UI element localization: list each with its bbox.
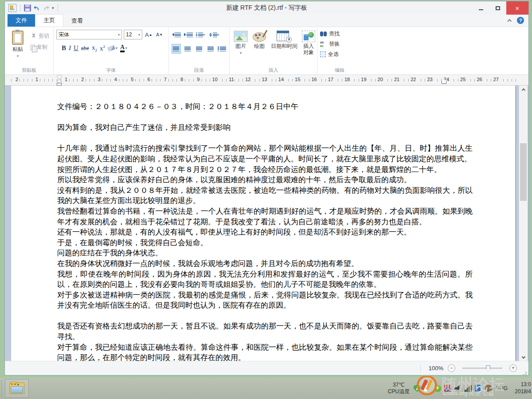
align-left-button[interactable]	[172, 44, 181, 54]
insert-object-button[interactable]: 插入 对象	[301, 30, 317, 66]
save-icon[interactable]	[24, 4, 31, 12]
zoom-in-button[interactable]: +	[509, 364, 517, 372]
redo-icon[interactable]	[43, 4, 50, 12]
ruler-number: 8	[180, 77, 184, 82]
font-color-icon: A	[120, 44, 125, 52]
paragraph-icon	[220, 47, 226, 51]
vertical-scrollbar[interactable]	[519, 86, 528, 361]
clock-date: 2018/4	[512, 388, 531, 395]
maximize-button[interactable]	[489, 1, 506, 15]
tab-file[interactable]: 文件	[8, 14, 35, 27]
justify-button[interactable]	[206, 44, 215, 54]
align-center-icon	[184, 47, 191, 51]
wordpad-window: ▾ 新建 RTF 文档 (2).rtf - 写字板 × 文件 主页 查看 ? 粘…	[4, 1, 529, 376]
replace-button[interactable]: ab ac 替换	[320, 40, 359, 48]
download-app-icon[interactable]	[444, 385, 451, 392]
clock[interactable]: 13:0 2018/4	[512, 381, 531, 395]
qat-customize-dropdown-icon[interactable]: ▾	[52, 6, 54, 10]
copy-button[interactable]: 复制	[31, 43, 49, 51]
highlight-color-button[interactable]: ▾	[108, 46, 117, 51]
increase-indent-button[interactable]	[184, 30, 193, 39]
scroll-up-button[interactable]	[519, 86, 528, 94]
paragraph-line: 于是，在最倒霉的时候，我觉得自己会短命。	[57, 238, 473, 248]
zoom-slider[interactable]	[462, 368, 502, 369]
paragraph-line: 对于算命，我已经知道应该正确地去看待。算命这件事，和医院一样，也比较复杂。如果在…	[57, 342, 473, 361]
wordpad-app-icon[interactable]	[8, 4, 16, 12]
shrink-font-button[interactable]: A▼	[155, 30, 164, 39]
object-label-line2: 对象	[303, 49, 314, 55]
line-spacing-icon	[209, 32, 217, 37]
grow-font-button[interactable]: A▲	[144, 30, 153, 39]
collapse-ribbon-icon[interactable]	[507, 19, 512, 23]
minimize-button[interactable]	[473, 1, 489, 15]
cut-icon	[31, 33, 37, 39]
volume-icon[interactable]	[454, 385, 462, 392]
help-icon[interactable]: ?	[517, 17, 524, 24]
document-text[interactable]: 文件编号：２０１８０４２６－０３，时间：２０１８年４月２６日中午因为算命，我对自…	[11, 86, 515, 361]
cut-button[interactable]: 剪切	[31, 32, 49, 40]
chevron-down-icon: ▾	[240, 51, 242, 55]
antivirus-ball-icon[interactable]	[434, 385, 441, 392]
bold-button[interactable]: B	[62, 44, 66, 52]
undo-icon[interactable]	[33, 4, 40, 12]
network-signal-icon[interactable]	[465, 385, 472, 392]
resize-grip[interactable]	[525, 372, 527, 373]
font-size-value: 12	[126, 31, 132, 38]
paragraph-line: 十几年前，我通过当时流行的搜索引擎找到了一个算命的网站，那个网站能根据一个人出生…	[57, 143, 473, 164]
object-label-line1: 插入	[303, 43, 314, 49]
subscript-button[interactable]: x2	[92, 44, 97, 52]
paragraph-dialog-button[interactable]	[217, 44, 227, 54]
file-explorer-taskbar-button[interactable]	[5, 379, 29, 398]
language-indicator[interactable]: ENG	[496, 385, 508, 391]
italic-button[interactable]: I	[69, 44, 71, 52]
select-all-button[interactable]: 全选	[320, 51, 359, 58]
document-page[interactable]: 文件编号：２０１８０４２６－０３，时间：２０１８年４月２６日中午因为算命，我对自…	[11, 86, 515, 361]
ruler-number: 2	[15, 77, 19, 82]
insert-drawing-button[interactable]: 绘图	[251, 30, 268, 66]
close-button[interactable]: ×	[506, 1, 528, 15]
divider	[20, 4, 20, 12]
insert-group-label: 插入	[230, 67, 317, 74]
divider	[420, 364, 421, 372]
paragraph-line	[57, 112, 473, 123]
zoom-slider-thumb[interactable]	[486, 365, 490, 372]
replace-label: 替换	[329, 40, 340, 48]
select-all-icon	[320, 51, 326, 57]
drawing-label: 绘图	[254, 43, 265, 50]
font-size-select[interactable]: 12 ▾	[124, 30, 142, 39]
scrollbar-thumb[interactable]	[520, 143, 527, 201]
folder-icon	[9, 383, 24, 394]
font-color-button[interactable]: A ▾	[120, 44, 127, 52]
tab-view[interactable]: 查看	[63, 15, 91, 27]
decrease-indent-button[interactable]	[172, 30, 181, 39]
strikethrough-button[interactable]: abe	[81, 45, 89, 52]
security-shield-icon[interactable]	[414, 385, 421, 392]
insert-datetime-button[interactable]: 日期和时间	[270, 30, 299, 66]
tab-home[interactable]: 主页	[35, 14, 63, 27]
paragraph-line: 我想，即使在晚年的时间段，因为身体的原因，我无法充分利用和发挥最好的运气，至少我…	[57, 269, 473, 290]
superscript-button[interactable]: x2	[100, 44, 105, 52]
find-button[interactable]: 查找	[320, 30, 359, 38]
chevron-down-icon: ▾	[138, 33, 140, 37]
align-left-icon	[173, 47, 179, 51]
zoom-out-button[interactable]: −	[448, 364, 455, 372]
scroll-down-button[interactable]	[519, 353, 528, 361]
bullets-button[interactable]: ▾	[196, 30, 205, 39]
align-center-button[interactable]	[183, 44, 192, 54]
font-family-select[interactable]: 宋体 ▾	[56, 30, 122, 39]
line-spacing-button[interactable]: ▾	[207, 30, 221, 39]
browser-tray-icon[interactable]	[475, 385, 482, 392]
cpu-temp-value: 37℃	[388, 382, 410, 388]
align-right-button[interactable]	[195, 44, 204, 54]
select-all-label: 全选	[328, 51, 339, 58]
underline-button[interactable]: U	[74, 44, 78, 52]
windows-logo-icon[interactable]	[424, 385, 431, 392]
first-line-indent-marker[interactable]	[57, 76, 62, 82]
tray-app-icon[interactable]	[485, 385, 492, 392]
picture-icon	[234, 31, 248, 42]
taskbar: 37℃ CPU温度 ENG 13:0 2018/4	[0, 378, 532, 399]
paste-button[interactable]: 粘贴 ▾	[8, 30, 28, 66]
ribbon: 粘贴 ▾ 剪切 复制 剪贴板 宋体 ▾	[5, 27, 528, 75]
insert-picture-button[interactable]: 图片 ▾	[232, 30, 249, 66]
clipboard-group-label: 剪贴板	[5, 67, 53, 74]
